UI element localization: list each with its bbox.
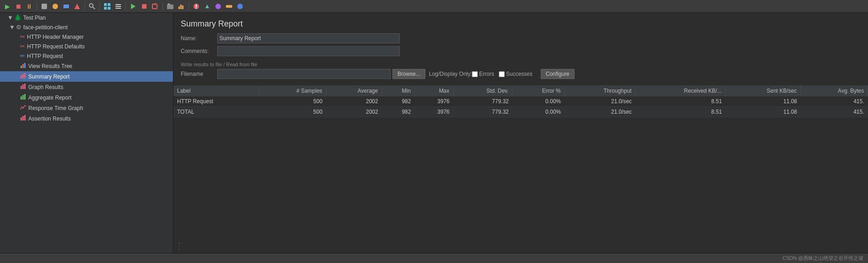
svg-rect-41	[22, 116, 24, 121]
toolbar-icon-6[interactable]	[62, 2, 71, 11]
divider-2	[84, 2, 85, 11]
log-section: Log/Display Only: Errors Successes Confi…	[429, 69, 575, 79]
sidebar-item-graph-results[interactable]: Graph Results	[0, 82, 173, 92]
toolbar-icon-3[interactable]: ⏸	[25, 2, 34, 11]
toolbar-icon-extra4[interactable]	[225, 2, 234, 11]
pencil-icon: ✏	[20, 53, 25, 59]
sidebar-item-summary-report[interactable]: Summary Report	[0, 71, 173, 82]
toolbar-icon-7[interactable]	[73, 2, 82, 11]
successes-checkbox-label[interactable]: Successes	[499, 71, 533, 77]
toolbar-icon-browse[interactable]	[166, 2, 175, 11]
sidebar-item-assertion-results[interactable]: Assertion Results	[0, 113, 173, 124]
comments-input[interactable]	[217, 46, 400, 56]
sidebar-item-label-3: HTTP Header Manager	[27, 34, 84, 40]
summary-report-icon	[20, 73, 26, 80]
divider-4	[125, 2, 126, 11]
toolbar-icon-1[interactable]: ▶	[3, 2, 12, 11]
errors-checkbox[interactable]	[472, 71, 478, 77]
toolbar-icon-10[interactable]	[114, 2, 123, 11]
svg-rect-32	[22, 74, 24, 79]
svg-rect-37	[21, 96, 22, 100]
sidebar-item-label-6: View Results Tree	[28, 63, 73, 69]
table-cell-0-2: 2002	[326, 96, 382, 107]
collapse-icon-2: ▼	[9, 24, 15, 31]
svg-rect-39	[24, 94, 26, 100]
svg-rect-24	[196, 8, 197, 9]
sidebar-item-label-5: HTTP Request	[27, 53, 63, 59]
toolbar-icon-9[interactable]	[103, 2, 112, 11]
svg-rect-8	[104, 7, 107, 10]
main-layout: ▼ 🌲 Test Plan ▼ ⚙ face-petition-client ✂…	[0, 13, 868, 253]
sidebar-item-label: Test Plan	[23, 15, 46, 21]
table-header-row: Label # Samples Average Min Max Std. Dev…	[173, 85, 868, 96]
successes-label: Successes	[506, 71, 533, 77]
table-cell-1-8: 8.51	[635, 107, 726, 117]
toolbar-icon-2[interactable]: ⏹	[14, 2, 23, 11]
graph-results-icon	[20, 83, 26, 91]
table-cell-1-6: 0.00%	[512, 107, 565, 117]
toolbar-icon-extra2[interactable]	[203, 2, 212, 11]
toolbar-icon-stop2[interactable]	[151, 2, 160, 11]
comments-label: Comments:	[181, 48, 217, 54]
assertion-results-icon	[20, 115, 26, 122]
toolbar-icon-5[interactable]	[51, 2, 60, 11]
svg-rect-40	[21, 117, 22, 121]
status-bar: CSDN @愚昧之山绝望之谷开悟之坡	[0, 253, 868, 263]
sidebar-item-test-plan[interactable]: ▼ 🌲 Test Plan	[0, 13, 173, 22]
sidebar-item-label-11: Assertion Results	[28, 116, 71, 122]
toolbar-icon-extra3[interactable]	[214, 2, 223, 11]
configure-button[interactable]: Configure	[541, 69, 575, 79]
wrench-icon: ✂	[20, 33, 25, 40]
toolbar-icon-8[interactable]	[88, 2, 97, 11]
toolbar-icon-stop[interactable]	[140, 2, 149, 11]
errors-checkbox-label[interactable]: Errors	[472, 71, 494, 77]
divider-3	[99, 2, 100, 11]
col-average: Average	[326, 85, 382, 96]
sidebar: ▼ 🌲 Test Plan ▼ ⚙ face-petition-client ✂…	[0, 13, 173, 253]
filename-input[interactable]	[217, 69, 391, 79]
svg-point-4	[89, 4, 93, 7]
filename-row: Filename Browse... Log/Display Only: Err…	[181, 69, 861, 79]
toolbar-icon-extra5[interactable]	[235, 2, 245, 11]
gear-icon: ⚙	[16, 24, 21, 31]
sidebar-item-view-results-tree[interactable]: View Results Tree	[0, 61, 173, 71]
toolbar-icon-4[interactable]	[40, 2, 49, 11]
table-row: TOTAL50020029823976779.320.00%21.0/sec8.…	[173, 107, 868, 117]
toolbar-icon-chart[interactable]	[177, 2, 186, 11]
svg-rect-0	[42, 4, 47, 9]
drag-handle[interactable]: ⋮	[175, 241, 183, 251]
table-cell-0-0: HTTP Request	[173, 96, 260, 107]
table-cell-0-6: 0.00%	[512, 96, 565, 107]
sidebar-item-http-request-defaults[interactable]: ✂ HTTP Request Defaults	[0, 42, 173, 51]
name-input[interactable]	[217, 33, 400, 43]
sidebar-item-response-time-graph[interactable]: Response Time Graph	[0, 103, 173, 113]
svg-marker-13	[131, 4, 136, 9]
svg-line-5	[93, 7, 95, 9]
aggregate-report-icon	[20, 94, 26, 101]
sidebar-item-http-header-manager[interactable]: ✂ HTTP Header Manager	[0, 32, 173, 42]
toolbar: ▶ ⏹ ⏸	[0, 0, 868, 13]
svg-rect-28	[21, 66, 22, 68]
sidebar-item-label-2: face-petition-client	[23, 24, 68, 31]
sidebar-item-face-petition-client[interactable]: ▼ ⚙ face-petition-client	[0, 22, 173, 32]
table-body: HTTP Request50020029823976779.320.00%21.…	[173, 96, 868, 117]
collapse-icon: ▼	[7, 14, 13, 21]
successes-checkbox[interactable]	[499, 71, 505, 77]
svg-rect-33	[24, 73, 26, 79]
sidebar-item-aggregate-report[interactable]: Aggregate Report	[0, 92, 173, 103]
sidebar-item-label-10: Response Time Graph	[28, 105, 83, 111]
col-sent-kb: Sent KB/sec	[726, 85, 801, 96]
svg-rect-36	[24, 84, 26, 89]
table-cell-1-4: 3976	[414, 107, 453, 117]
write-results-label: Write results to file / Read from file	[181, 59, 861, 69]
col-error-pct: Error %	[512, 85, 565, 96]
toolbar-icon-run[interactable]	[129, 2, 138, 11]
col-min: Min	[382, 85, 414, 96]
sidebar-item-http-request[interactable]: ✏ HTTP Request	[0, 51, 173, 61]
table-cell-1-2: 2002	[326, 107, 382, 117]
browse-button[interactable]: Browse...	[392, 69, 425, 79]
svg-rect-12	[115, 8, 121, 9]
col-received-kb: Received KB/...	[635, 85, 726, 96]
filename-label: Filename	[181, 71, 217, 77]
toolbar-icon-extra1[interactable]	[192, 2, 201, 11]
